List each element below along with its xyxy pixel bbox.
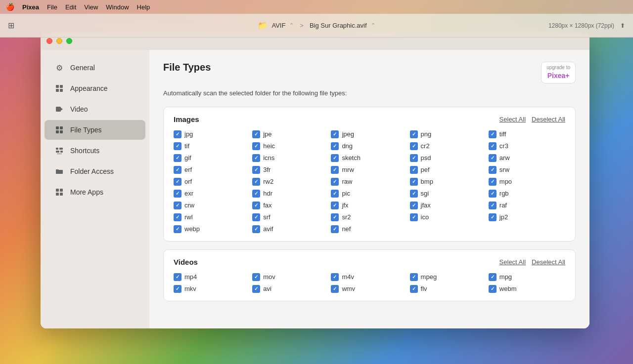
menubar-edit[interactable]: Edit bbox=[65, 3, 76, 11]
type-mpo[interactable]: mpo bbox=[489, 178, 565, 186]
menubar-help[interactable]: Help bbox=[137, 3, 150, 11]
type-wmv[interactable]: wmv bbox=[331, 285, 407, 293]
checkbox-rw2[interactable] bbox=[252, 178, 260, 186]
checkbox-jpeg[interactable] bbox=[331, 130, 339, 138]
checkbox-mrw[interactable] bbox=[331, 166, 339, 174]
checkbox-webm[interactable] bbox=[489, 285, 497, 293]
type-mp4[interactable]: mp4 bbox=[174, 273, 250, 281]
maximize-button[interactable] bbox=[66, 38, 72, 44]
menubar-window[interactable]: Window bbox=[106, 3, 129, 11]
type-jpeg[interactable]: jpeg bbox=[331, 130, 407, 138]
checkbox-ico[interactable] bbox=[410, 213, 418, 221]
checkbox-heic[interactable] bbox=[252, 142, 260, 150]
checkbox-dng[interactable] bbox=[331, 142, 339, 150]
checkbox-jpg[interactable] bbox=[174, 130, 181, 138]
type-srf[interactable]: srf bbox=[252, 213, 329, 221]
type-raw[interactable]: raw bbox=[331, 178, 407, 186]
checkbox-sketch[interactable] bbox=[331, 154, 339, 162]
checkbox-avif[interactable] bbox=[252, 225, 260, 233]
checkbox-flv[interactable] bbox=[410, 285, 418, 293]
type-sketch[interactable]: sketch bbox=[331, 154, 407, 162]
upgrade-badge[interactable]: upgrade to Pixea+ bbox=[541, 62, 576, 83]
type-bmp[interactable]: bmp bbox=[410, 178, 487, 186]
type-jpg[interactable]: jpg bbox=[174, 130, 250, 138]
checkbox-raf[interactable] bbox=[489, 202, 497, 209]
checkbox-mov[interactable] bbox=[252, 273, 260, 281]
checkbox-mp4[interactable] bbox=[174, 273, 181, 281]
checkbox-crw[interactable] bbox=[174, 202, 181, 209]
type-avif[interactable]: avif bbox=[252, 225, 329, 233]
grid-view-icon[interactable]: ⊞ bbox=[8, 21, 14, 30]
type-tif[interactable]: tif bbox=[174, 142, 250, 150]
checkbox-cr2[interactable] bbox=[410, 142, 418, 150]
apple-menu[interactable]: 🍎 bbox=[6, 3, 14, 11]
checkbox-icns[interactable] bbox=[252, 154, 260, 162]
type-pef[interactable]: pef bbox=[410, 166, 487, 174]
type-cr3[interactable]: cr3 bbox=[489, 142, 565, 150]
checkbox-wmv[interactable] bbox=[331, 285, 339, 293]
checkbox-sr2[interactable] bbox=[331, 213, 339, 221]
checkbox-srw[interactable] bbox=[489, 166, 497, 174]
type-webp[interactable]: webp bbox=[174, 225, 250, 233]
type-erf[interactable]: erf bbox=[174, 166, 250, 174]
checkbox-webp[interactable] bbox=[174, 225, 181, 233]
type-mpeg[interactable]: mpeg bbox=[410, 273, 487, 281]
sidebar-item-file-types[interactable]: File Types bbox=[45, 120, 145, 140]
checkbox-exr[interactable] bbox=[174, 190, 181, 198]
checkbox-hdr[interactable] bbox=[252, 190, 260, 198]
menubar-view[interactable]: View bbox=[84, 3, 98, 11]
type-mov[interactable]: mov bbox=[252, 273, 329, 281]
checkbox-arw[interactable] bbox=[489, 154, 497, 162]
checkbox-sgi[interactable] bbox=[410, 190, 418, 198]
checkbox-png[interactable] bbox=[410, 130, 418, 138]
checkbox-rwl[interactable] bbox=[174, 213, 181, 221]
sidebar-item-general[interactable]: ⚙ General bbox=[45, 58, 145, 78]
checkbox-orf[interactable] bbox=[174, 178, 181, 186]
checkbox-rgb[interactable] bbox=[489, 190, 497, 198]
type-jfx[interactable]: jfx bbox=[331, 202, 407, 209]
type-tiff[interactable]: tiff bbox=[489, 130, 565, 138]
type-m4v[interactable]: m4v bbox=[331, 273, 407, 281]
type-png[interactable]: png bbox=[410, 130, 487, 138]
type-rgb[interactable]: rgb bbox=[489, 190, 565, 198]
type-fax[interactable]: fax bbox=[252, 202, 329, 209]
type-cr2[interactable]: cr2 bbox=[410, 142, 487, 150]
checkbox-bmp[interactable] bbox=[410, 178, 418, 186]
type-dng[interactable]: dng bbox=[331, 142, 407, 150]
type-crw[interactable]: crw bbox=[174, 202, 250, 209]
checkbox-fax[interactable] bbox=[252, 202, 260, 209]
checkbox-mpeg[interactable] bbox=[410, 273, 418, 281]
type-sr2[interactable]: sr2 bbox=[331, 213, 407, 221]
checkbox-pef[interactable] bbox=[410, 166, 418, 174]
sidebar-item-more-apps[interactable]: More Apps bbox=[45, 182, 145, 202]
type-heic[interactable]: heic bbox=[252, 142, 329, 150]
type-srw[interactable]: srw bbox=[489, 166, 565, 174]
checkbox-psd[interactable] bbox=[410, 154, 418, 162]
close-button[interactable] bbox=[46, 38, 52, 44]
sidebar-item-folder-access[interactable]: Folder Access bbox=[45, 162, 145, 181]
checkbox-jfax[interactable] bbox=[410, 202, 418, 209]
checkbox-pic[interactable] bbox=[331, 190, 339, 198]
type-jfax[interactable]: jfax bbox=[410, 202, 487, 209]
checkbox-tiff[interactable] bbox=[489, 130, 497, 138]
type-rwl[interactable]: rwl bbox=[174, 213, 250, 221]
type-sgi[interactable]: sgi bbox=[410, 190, 487, 198]
type-mrw[interactable]: mrw bbox=[331, 166, 407, 174]
checkbox-jfx[interactable] bbox=[331, 202, 339, 209]
type-raf[interactable]: raf bbox=[489, 202, 565, 209]
type-jpe[interactable]: jpe bbox=[252, 130, 329, 138]
type-flv[interactable]: flv bbox=[410, 285, 487, 293]
type-jp2[interactable]: jp2 bbox=[489, 213, 565, 221]
checkbox-gif[interactable] bbox=[174, 154, 181, 162]
type-mpg[interactable]: mpg bbox=[489, 273, 565, 281]
folder-name[interactable]: AVIF bbox=[271, 22, 285, 29]
minimize-button[interactable] bbox=[56, 38, 62, 44]
checkbox-jp2[interactable] bbox=[489, 213, 497, 221]
videos-deselect-all[interactable]: Deselect All bbox=[532, 258, 565, 266]
type-rw2[interactable]: rw2 bbox=[252, 178, 329, 186]
checkbox-m4v[interactable] bbox=[331, 273, 339, 281]
type-3fr[interactable]: 3fr bbox=[252, 166, 329, 174]
videos-select-all[interactable]: Select All bbox=[499, 258, 526, 266]
checkbox-raw[interactable] bbox=[331, 178, 339, 186]
checkbox-erf[interactable] bbox=[174, 166, 181, 174]
